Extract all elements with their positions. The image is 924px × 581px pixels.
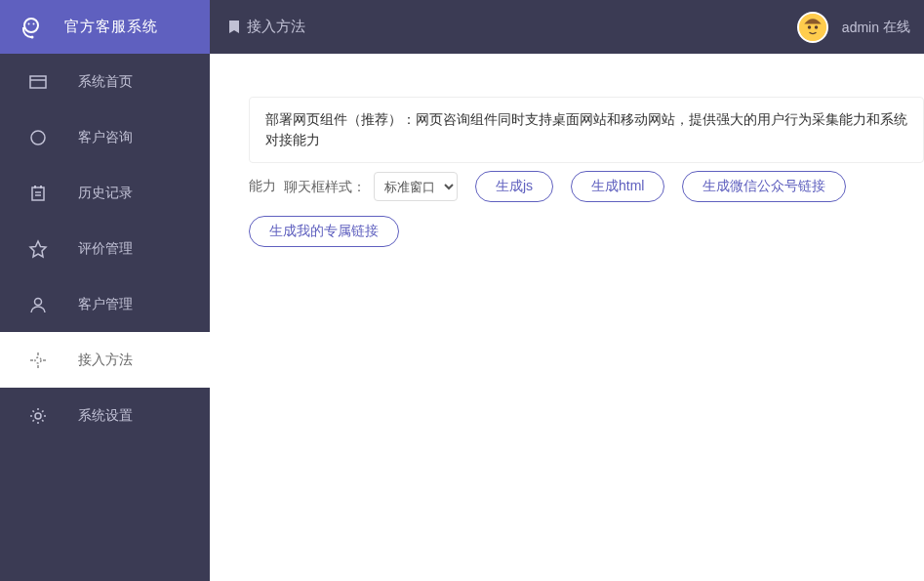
- sidebar-item-home[interactable]: 系统首页: [0, 54, 210, 109]
- controls-row: 能力 聊天框样式： 标准窗口 生成js 生成html 生成微信公众号链接: [249, 171, 924, 202]
- sidebar-item-integration[interactable]: 接入方法: [0, 332, 210, 388]
- headset-icon: [20, 16, 43, 39]
- star-icon: [25, 239, 51, 259]
- svg-rect-7: [32, 187, 44, 200]
- app-title: 官方客服系统: [64, 18, 158, 36]
- sidebar-item-consult[interactable]: 客户咨询: [0, 109, 210, 165]
- info-trailing: 能力: [249, 178, 276, 195]
- sidebar-item-label: 系统设置: [78, 407, 133, 425]
- user-menu[interactable]: admin 在线: [797, 12, 924, 43]
- svg-point-13: [35, 357, 41, 363]
- svg-point-1: [28, 22, 30, 24]
- sidebar-item-review[interactable]: 评价管理: [0, 221, 210, 276]
- window-icon: [25, 72, 51, 92]
- svg-rect-9: [40, 186, 42, 188]
- info-text: 部署网页组件（推荐）：网页咨询组件同时支持桌面网站和移动网站，提供强大的用户行为…: [265, 111, 907, 147]
- bookmark-icon: [227, 20, 241, 35]
- content-area: 部署网页组件（推荐）：网页咨询组件同时支持桌面网站和移动网站，提供强大的用户行为…: [210, 54, 924, 581]
- sidebar-item-label: 客户咨询: [78, 129, 133, 146]
- svg-point-2: [33, 22, 35, 24]
- sidebar-item-history[interactable]: 历史记录: [0, 165, 210, 221]
- user-name: admin: [842, 20, 879, 35]
- chat-bubble-icon: [25, 128, 51, 147]
- svg-point-6: [31, 131, 45, 145]
- svg-point-0: [24, 19, 38, 32]
- svg-point-3: [31, 35, 34, 38]
- sidebar-item-customers[interactable]: 客户管理: [0, 276, 210, 332]
- svg-point-19: [799, 14, 826, 41]
- svg-rect-4: [30, 76, 46, 88]
- svg-rect-8: [34, 186, 36, 188]
- clipboard-icon: [25, 184, 51, 203]
- sidebar-item-label: 系统首页: [78, 73, 133, 91]
- controls-row-2: 生成我的专属链接: [249, 216, 924, 247]
- svg-point-21: [815, 25, 819, 29]
- chat-style-select[interactable]: 标准窗口: [374, 172, 458, 201]
- info-banner: 部署网页组件（推荐）：网页咨询组件同时支持桌面网站和移动网站，提供强大的用户行为…: [249, 97, 924, 163]
- gear-icon: [25, 406, 51, 426]
- app-logo-row: 官方客服系统: [0, 0, 210, 54]
- user-status: 在线: [883, 19, 910, 36]
- svg-point-20: [808, 25, 812, 29]
- page-title: 接入方法: [247, 18, 305, 36]
- generate-html-button[interactable]: 生成html: [571, 171, 664, 202]
- generate-my-link-button[interactable]: 生成我的专属链接: [249, 216, 399, 247]
- generate-wechat-link-button[interactable]: 生成微信公众号链接: [682, 171, 846, 202]
- avatar: [797, 12, 828, 43]
- generate-js-button[interactable]: 生成js: [475, 171, 553, 202]
- svg-point-12: [35, 298, 42, 305]
- style-label: 聊天框样式：: [284, 179, 366, 194]
- sidebar-item-label: 历史记录: [78, 185, 133, 202]
- sidebar-item-settings[interactable]: 系统设置: [0, 388, 210, 443]
- sidebar-item-label: 客户管理: [78, 296, 133, 313]
- topbar: 接入方法 admin 在线: [210, 0, 924, 54]
- svg-point-18: [35, 413, 41, 419]
- connection-icon: [25, 351, 51, 370]
- sidebar: 官方客服系统 系统首页 客户咨询 历史记录 评价管理 客户管理: [0, 0, 210, 581]
- user-icon: [25, 295, 51, 314]
- sidebar-item-label: 接入方法: [78, 352, 133, 369]
- sidebar-item-label: 评价管理: [78, 240, 133, 258]
